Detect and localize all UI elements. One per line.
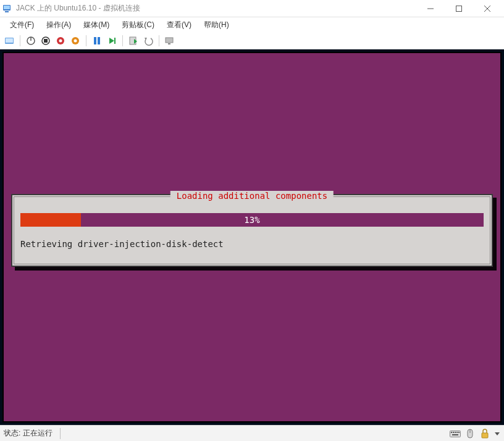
svg-rect-24 (166, 38, 173, 43)
svg-rect-34 (482, 433, 488, 438)
menu-clipboard[interactable]: 剪贴板(C) (117, 19, 159, 32)
svg-rect-31 (458, 432, 460, 433)
progress-bar: 13% (20, 213, 484, 227)
close-button[interactable] (473, 0, 502, 17)
installer-inner: Loading additional components 13% Retrie… (14, 196, 490, 264)
window-title: JACK 上的 Ubuntu16.10 - 虚拟机连接 (16, 3, 140, 14)
svg-marker-35 (495, 432, 500, 435)
status-separator (60, 428, 61, 439)
svg-rect-8 (6, 38, 13, 43)
svg-rect-12 (44, 39, 48, 43)
svg-rect-25 (168, 43, 170, 44)
turn-off-button[interactable] (39, 34, 52, 48)
toolbar-separator (20, 35, 20, 46)
svg-rect-32 (452, 434, 458, 435)
svg-rect-28 (453, 432, 454, 433)
mouse-icon[interactable] (464, 428, 476, 439)
shutdown-button[interactable] (54, 34, 67, 48)
svg-rect-18 (98, 37, 100, 44)
revert-button[interactable] (141, 34, 155, 48)
checkpoint-button[interactable] (127, 34, 140, 48)
enhanced-session-button[interactable] (163, 34, 177, 48)
svg-rect-27 (451, 432, 452, 433)
svg-rect-20 (114, 38, 116, 44)
svg-point-16 (74, 39, 77, 42)
lock-icon[interactable] (479, 428, 490, 439)
menu-action[interactable]: 操作(A) (41, 19, 76, 32)
svg-point-14 (59, 39, 62, 42)
keyboard-icon[interactable] (450, 428, 461, 439)
status-label: 状态: (4, 428, 20, 439)
toolbar-separator (159, 35, 159, 46)
svg-marker-19 (109, 38, 114, 44)
toolbar (0, 32, 504, 49)
menu-view[interactable]: 查看(V) (162, 19, 196, 32)
svg-marker-23 (145, 38, 147, 40)
svg-rect-30 (456, 432, 458, 433)
toolbar-separator (86, 35, 86, 46)
svg-rect-4 (456, 6, 462, 11)
progress-percent-label: 13% (20, 213, 484, 227)
toolbar-separator (122, 35, 123, 46)
menu-file[interactable]: 文件(F) (5, 19, 39, 32)
vm-viewport-frame: Loading additional components 13% Retrie… (0, 49, 504, 425)
title-bar: JACK 上的 Ubuntu16.10 - 虚拟机连接 (0, 0, 504, 17)
svg-rect-17 (94, 37, 96, 44)
menu-bar: 文件(F) 操作(A) 媒体(M) 剪贴板(C) 查看(V) 帮助(H) (0, 17, 504, 32)
window-controls (416, 0, 502, 17)
status-bar: 状态: 正在运行 (0, 425, 504, 441)
chevron-down-icon[interactable] (494, 428, 500, 439)
vm-app-icon (2, 4, 12, 14)
menu-media[interactable]: 媒体(M) (78, 19, 114, 32)
reset-button[interactable] (105, 34, 119, 48)
vm-screen[interactable]: Loading additional components 13% Retrie… (2, 52, 502, 422)
installer-title: Loading additional components (170, 191, 334, 201)
installer-dialog: Loading additional components 13% Retrie… (11, 194, 493, 267)
minimize-button[interactable] (416, 0, 445, 17)
maximize-button[interactable] (445, 0, 473, 17)
status-icons (450, 428, 500, 439)
svg-rect-1 (4, 6, 10, 9)
save-button[interactable] (69, 34, 82, 48)
pause-button[interactable] (90, 34, 104, 48)
status-value: 正在运行 (23, 428, 52, 439)
menu-help[interactable]: 帮助(H) (199, 19, 234, 32)
start-button[interactable] (24, 34, 38, 48)
svg-rect-2 (5, 11, 9, 12)
svg-rect-29 (455, 432, 456, 433)
installer-status-text: Retrieving driver-injection-disk-detect (20, 239, 484, 249)
ctrl-alt-del-button[interactable] (2, 34, 16, 48)
